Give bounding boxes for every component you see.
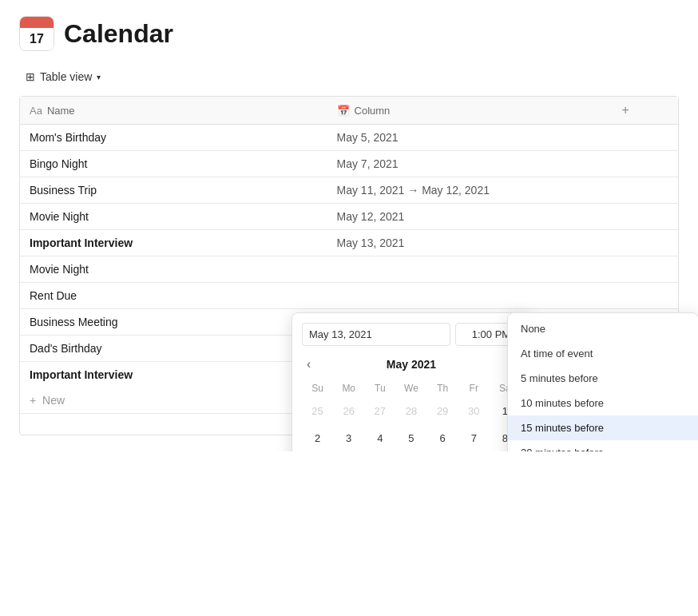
row-date-cell[interactable] bbox=[327, 283, 613, 309]
dow-header: Tu bbox=[364, 380, 395, 397]
row-date-cell[interactable]: May 7, 2021 bbox=[327, 151, 613, 177]
row-date-cell[interactable]: May 5, 2021 bbox=[327, 125, 613, 151]
calendar-day[interactable]: 26 bbox=[333, 397, 364, 424]
add-row-icon: + bbox=[30, 394, 36, 407]
page-header: 17 Calendar bbox=[19, 16, 679, 51]
col-name-header: Aa Name bbox=[20, 97, 327, 125]
text-type-icon: Aa bbox=[30, 105, 42, 117]
row-extra-cell bbox=[613, 256, 678, 283]
calendar-header: ‹ May 2021 › bbox=[302, 356, 521, 373]
dow-header: Su bbox=[302, 380, 333, 397]
date-icon: 📅 bbox=[337, 105, 350, 117]
table-row: Mom's Birthday May 5, 2021 bbox=[20, 125, 678, 151]
row-extra-cell bbox=[613, 125, 678, 151]
table-row: Rent Due bbox=[20, 283, 678, 309]
cal-icon-day: 17 bbox=[20, 28, 54, 50]
table-row: Business Trip May 11, 2021 → May 12, 202… bbox=[20, 177, 678, 204]
row-extra-cell bbox=[613, 283, 678, 309]
page-title: Calendar bbox=[64, 19, 173, 49]
calendar-day[interactable]: 29 bbox=[427, 397, 458, 424]
dropdown-item[interactable]: None bbox=[508, 316, 698, 341]
calendar-week-row: 2526272829301 bbox=[302, 397, 521, 424]
row-extra-cell bbox=[613, 230, 678, 256]
calendar-day[interactable]: 3 bbox=[333, 424, 364, 451]
calendar-day[interactable]: 7 bbox=[458, 424, 490, 451]
calendar-week-row: 2345678 bbox=[302, 424, 521, 451]
prev-month-button[interactable]: ‹ bbox=[302, 356, 315, 373]
add-column-icon[interactable]: + bbox=[622, 103, 629, 117]
row-date-cell[interactable]: May 13, 2021 bbox=[327, 230, 613, 256]
calendar-day[interactable]: 30 bbox=[458, 397, 490, 424]
dow-header: Fr bbox=[458, 380, 490, 397]
row-extra-cell bbox=[613, 151, 678, 177]
date-picker-popup: ‹ May 2021 › SuMoTuWeThFrSa 252627282930… bbox=[291, 312, 531, 451]
table-view-button[interactable]: ⊞ Table view ▾ bbox=[19, 67, 107, 86]
calendar-app-icon: 17 bbox=[19, 16, 54, 51]
col-column-header: 📅 Column bbox=[327, 97, 613, 125]
row-name-cell[interactable]: Movie Night bbox=[20, 204, 327, 230]
remind-dropdown: NoneAt time of event5 minutes before10 m… bbox=[507, 312, 698, 451]
dow-header: Mo bbox=[333, 380, 364, 397]
table-row: Movie Night May 12, 2021 bbox=[20, 204, 678, 230]
table-row: Bingo Night May 7, 2021 bbox=[20, 151, 678, 177]
row-extra-cell bbox=[613, 204, 678, 230]
table-view-label: Table view bbox=[40, 70, 92, 83]
row-name-cell[interactable]: Rent Due bbox=[20, 283, 327, 309]
col-add-header[interactable]: + bbox=[613, 97, 678, 125]
dropdown-item[interactable]: At time of event bbox=[508, 341, 698, 366]
table-header-row: Aa Name 📅 Column + bbox=[20, 97, 678, 125]
table-icon: ⊞ bbox=[26, 70, 35, 83]
calendar-day[interactable]: 25 bbox=[302, 397, 333, 424]
cal-icon-top bbox=[20, 17, 54, 28]
dropdown-item[interactable]: 10 minutes before bbox=[508, 391, 698, 415]
calendar-day[interactable]: 5 bbox=[395, 424, 426, 451]
calendar-day[interactable]: 2 bbox=[302, 424, 333, 451]
main-table-wrapper: Aa Name 📅 Column + bbox=[19, 96, 679, 435]
calendar-grid: SuMoTuWeThFrSa 2526272829301234567891011… bbox=[302, 380, 521, 451]
row-date-cell[interactable]: May 12, 2021 bbox=[327, 204, 613, 230]
row-date-cell[interactable]: May 11, 2021 → May 12, 2021 bbox=[327, 177, 613, 204]
calendar-body: 2526272829301234567891011121314151617181… bbox=[302, 397, 521, 451]
dropdown-item[interactable]: 30 minutes before bbox=[508, 440, 698, 451]
dow-header: We bbox=[395, 380, 426, 397]
calendar-day[interactable]: 28 bbox=[395, 397, 426, 424]
date-time-row bbox=[302, 323, 521, 346]
table-row: Movie Night bbox=[20, 256, 678, 283]
row-name-cell[interactable]: Important Interview bbox=[20, 362, 327, 388]
row-name-cell[interactable]: Dad's Birthday bbox=[20, 336, 327, 362]
month-year-label: May 2021 bbox=[387, 358, 436, 371]
table-row: Important Interview May 13, 2021 bbox=[20, 230, 678, 256]
row-extra-cell bbox=[613, 177, 678, 204]
row-name-cell[interactable]: Business Meeting bbox=[20, 309, 327, 336]
calendar-day[interactable]: 27 bbox=[364, 397, 395, 424]
calendar-day[interactable]: 6 bbox=[427, 424, 458, 451]
calendar-day[interactable]: 4 bbox=[364, 424, 395, 451]
row-name-cell[interactable]: Movie Night bbox=[20, 256, 327, 283]
dow-header: Th bbox=[427, 380, 458, 397]
dropdown-item[interactable]: 5 minutes before bbox=[508, 366, 698, 391]
date-input[interactable] bbox=[302, 323, 450, 346]
toolbar: ⊞ Table view ▾ bbox=[19, 67, 679, 86]
day-of-week-row: SuMoTuWeThFrSa bbox=[302, 380, 521, 397]
dropdown-item[interactable]: 15 minutes before bbox=[508, 415, 698, 440]
row-date-cell[interactable] bbox=[327, 256, 613, 283]
row-name-cell[interactable]: Bingo Night bbox=[20, 151, 327, 177]
row-name-cell[interactable]: Mom's Birthday bbox=[20, 125, 327, 151]
app-container: 17 Calendar ⊞ Table view ▾ Aa Name bbox=[0, 0, 698, 451]
row-name-cell[interactable]: Important Interview bbox=[20, 230, 327, 256]
row-name-cell[interactable]: Business Trip bbox=[20, 177, 327, 204]
chevron-down-icon: ▾ bbox=[97, 73, 101, 81]
new-row-label[interactable]: New bbox=[42, 394, 65, 407]
